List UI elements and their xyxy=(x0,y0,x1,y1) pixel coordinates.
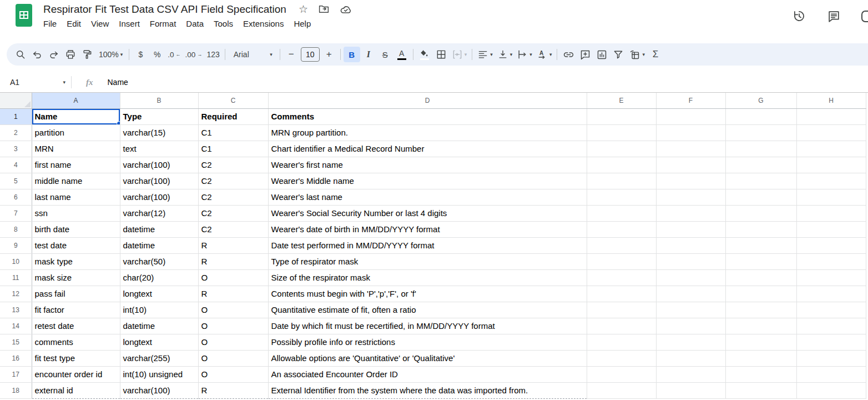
row-header-4[interactable]: 4 xyxy=(0,157,32,173)
cell[interactable] xyxy=(656,334,725,350)
sheets-logo[interactable] xyxy=(16,4,32,27)
cell-C11[interactable]: O xyxy=(198,269,268,286)
cell-D10[interactable]: Type of respirator mask xyxy=(268,253,587,269)
menu-tools[interactable]: Tools xyxy=(209,17,238,30)
cell-A2[interactable]: partition xyxy=(32,124,120,141)
search-icon[interactable] xyxy=(12,47,29,62)
menu-file[interactable]: File xyxy=(38,17,62,30)
insert-chart-icon[interactable] xyxy=(593,47,610,62)
cell[interactable] xyxy=(587,141,656,157)
cell[interactable] xyxy=(656,108,725,124)
cell[interactable] xyxy=(587,157,656,173)
cell[interactable] xyxy=(725,108,796,124)
cell[interactable] xyxy=(796,286,866,302)
cell[interactable] xyxy=(656,366,725,382)
cell-A14[interactable]: retest date xyxy=(32,318,120,334)
cell[interactable] xyxy=(656,157,725,173)
fill-color-icon[interactable] xyxy=(416,47,433,62)
italic-button[interactable]: I xyxy=(360,47,377,62)
column-header-E[interactable]: E xyxy=(587,93,656,108)
cell[interactable] xyxy=(656,253,725,269)
cell[interactable] xyxy=(796,173,866,189)
column-header-D[interactable]: D xyxy=(268,93,587,108)
row-header-11[interactable]: 11 xyxy=(0,269,32,286)
cell-B15[interactable]: longtext xyxy=(120,334,198,350)
cell[interactable] xyxy=(587,205,656,221)
cell-D16[interactable]: Allowable options are 'Quantitative' or … xyxy=(268,350,587,366)
cell-A3[interactable]: MRN xyxy=(32,141,120,157)
cell[interactable] xyxy=(725,318,796,334)
row-header-6[interactable]: 6 xyxy=(0,189,32,205)
cell-C8[interactable]: C2 xyxy=(198,221,268,237)
cell[interactable] xyxy=(656,269,725,286)
cell-D9[interactable]: Date test performed in MM/DD/YYYY format xyxy=(268,237,587,253)
cell[interactable] xyxy=(796,253,866,269)
menu-insert[interactable]: Insert xyxy=(114,17,145,30)
cell[interactable] xyxy=(587,318,656,334)
column-header-G[interactable]: G xyxy=(725,93,796,108)
row-header-14[interactable]: 14 xyxy=(0,318,32,334)
cell-C9[interactable]: R xyxy=(198,237,268,253)
cell-A5[interactable]: middle name xyxy=(32,173,120,189)
column-header-B[interactable]: B xyxy=(120,93,198,108)
cell[interactable] xyxy=(656,173,725,189)
cell[interactable] xyxy=(725,382,796,398)
text-wrap-icon[interactable]: ▾ xyxy=(514,47,534,62)
table-views-icon[interactable]: ▾ xyxy=(627,47,647,62)
borders-icon[interactable] xyxy=(433,47,450,62)
cell-D13[interactable]: Quantitative estimate of fit, often a ra… xyxy=(268,302,587,318)
cell[interactable] xyxy=(725,205,796,221)
formula-input[interactable]: Name xyxy=(108,78,128,87)
cell[interactable] xyxy=(587,108,656,124)
increase-font-size-button[interactable]: + xyxy=(321,47,337,62)
cell-D5[interactable]: Wearer's Middle name xyxy=(268,173,587,189)
cell-B2[interactable]: varchar(15) xyxy=(120,124,198,141)
cell[interactable] xyxy=(796,318,866,334)
cell-B17[interactable]: int(10) unsigned xyxy=(120,366,198,382)
more-formats-button[interactable]: 123 xyxy=(204,47,221,62)
menu-extensions[interactable]: Extensions xyxy=(238,17,289,30)
font-family-select[interactable]: Arial▾ xyxy=(228,47,277,62)
increase-decimal-button[interactable]: .00→ xyxy=(183,47,205,62)
cell[interactable] xyxy=(725,286,796,302)
cell-D4[interactable]: Wearer's first name xyxy=(268,157,587,173)
move-folder-icon[interactable] xyxy=(318,3,330,15)
cell-B5[interactable]: varchar(100) xyxy=(120,173,198,189)
cell[interactable] xyxy=(656,350,725,366)
format-currency-button[interactable]: $ xyxy=(132,47,149,62)
cell-D12[interactable]: Contents must begin with 'P','p','F', or… xyxy=(268,286,587,302)
cell[interactable] xyxy=(587,189,656,205)
cell-D18[interactable]: External Identifier from the system wher… xyxy=(268,382,587,398)
cell[interactable] xyxy=(587,302,656,318)
row-header-13[interactable]: 13 xyxy=(0,302,32,318)
cell-B13[interactable]: int(10) xyxy=(120,302,198,318)
cell-D2[interactable]: MRN group partition. xyxy=(268,124,587,141)
cell[interactable] xyxy=(587,253,656,269)
cell[interactable] xyxy=(796,350,866,366)
meet-icon-partial[interactable] xyxy=(861,11,868,22)
cell-B12[interactable]: longtext xyxy=(120,286,198,302)
row-header-12[interactable]: 12 xyxy=(0,286,32,302)
cell-B8[interactable]: datetime xyxy=(120,221,198,237)
column-header-C[interactable]: C xyxy=(198,93,268,108)
cell[interactable] xyxy=(725,302,796,318)
cell-C10[interactable]: R xyxy=(198,253,268,269)
cell[interactable] xyxy=(656,302,725,318)
cell[interactable] xyxy=(587,173,656,189)
cell-C15[interactable]: O xyxy=(198,334,268,350)
cell-C17[interactable]: O xyxy=(198,366,268,382)
cell[interactable] xyxy=(796,334,866,350)
cell-C2[interactable]: C1 xyxy=(198,124,268,141)
text-color-button[interactable]: A xyxy=(393,47,410,62)
row-header-10[interactable]: 10 xyxy=(0,253,32,269)
cell-B6[interactable]: varchar(100) xyxy=(120,189,198,205)
cell[interactable] xyxy=(656,221,725,237)
cell[interactable] xyxy=(796,157,866,173)
cell[interactable] xyxy=(587,350,656,366)
insert-comment-icon[interactable] xyxy=(577,47,593,62)
cell-A10[interactable]: mask type xyxy=(32,253,120,269)
filter-icon[interactable] xyxy=(610,47,627,62)
cell-C4[interactable]: C2 xyxy=(198,157,268,173)
column-header-F[interactable]: F xyxy=(656,93,725,108)
cell-D1[interactable]: Comments xyxy=(268,108,587,124)
